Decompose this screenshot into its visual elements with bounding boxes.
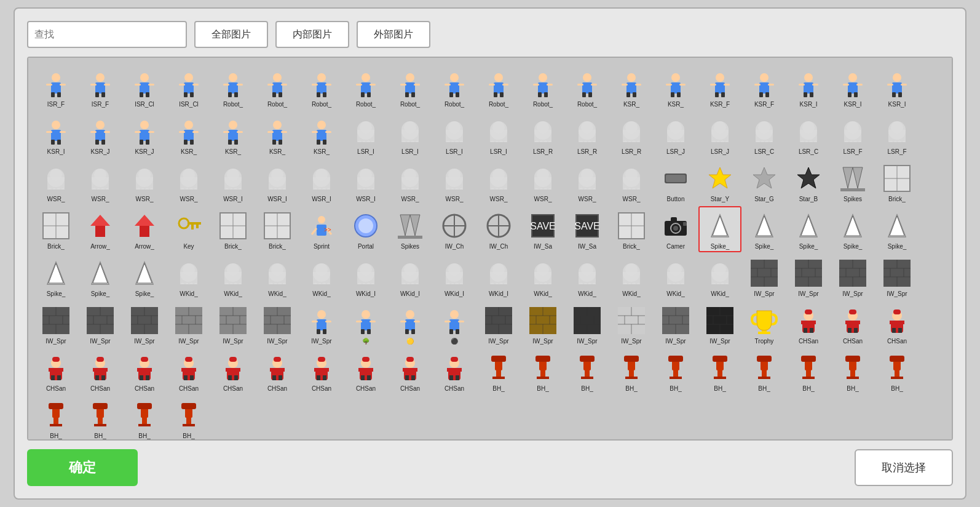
list-item[interactable]: BH_ xyxy=(477,348,520,394)
list-item[interactable]: Robot_ xyxy=(521,64,564,110)
list-item[interactable]: IW_Ch xyxy=(477,206,520,252)
list-item[interactable]: LSR_I xyxy=(477,111,520,158)
list-item[interactable]: IW_Spr xyxy=(79,301,122,347)
cancel-button[interactable]: 取消选择 xyxy=(855,449,953,486)
list-item[interactable]: BH_ xyxy=(654,348,697,394)
list-item[interactable]: BH_ xyxy=(610,348,653,394)
list-item[interactable]: WSR_ xyxy=(521,159,564,205)
list-item[interactable]: KSR_ xyxy=(167,111,210,158)
list-item[interactable]: BH_ xyxy=(875,348,919,394)
list-item[interactable]: Brick_ xyxy=(256,206,299,252)
list-item[interactable]: Key xyxy=(167,206,210,252)
list-item[interactable]: KSR_ xyxy=(610,64,653,110)
list-item[interactable]: Camer xyxy=(654,206,697,252)
list-item[interactable]: Trophy xyxy=(743,301,786,347)
list-item[interactable]: Robot_ xyxy=(256,64,299,110)
list-item[interactable]: IW_Spr xyxy=(566,301,609,347)
list-item[interactable]: WSR_ xyxy=(566,159,609,205)
list-item[interactable]: KSR_ xyxy=(211,111,255,158)
list-item[interactable]: Robot_ xyxy=(477,64,520,110)
list-item[interactable]: BH_ xyxy=(79,396,122,441)
list-item[interactable]: WKid_ xyxy=(610,254,653,300)
list-item[interactable]: LSR_C xyxy=(787,111,830,158)
list-item[interactable]: CHSan xyxy=(875,301,919,347)
list-item[interactable]: CHSan xyxy=(79,348,122,394)
list-item[interactable]: KSR_I xyxy=(34,111,77,158)
list-item[interactable]: KSR_F xyxy=(698,64,741,110)
list-item[interactable]: LSR_R xyxy=(566,111,609,158)
list-item[interactable]: IW_Spr xyxy=(654,301,697,347)
confirm-button[interactable]: 确定 xyxy=(27,449,138,486)
list-item[interactable]: SAVE IW_Sa xyxy=(521,206,564,252)
list-item[interactable]: WKid_I xyxy=(433,254,476,300)
list-item[interactable]: Robot_ xyxy=(566,64,609,110)
list-item[interactable]: IW_Spr xyxy=(610,301,653,347)
list-item[interactable]: IW_Ch xyxy=(433,206,476,252)
list-item[interactable]: IW_Spr xyxy=(787,254,830,300)
list-item[interactable]: Robot_ xyxy=(389,64,432,110)
list-item[interactable]: WKid_ xyxy=(654,254,697,300)
list-item[interactable]: 🌳 xyxy=(344,301,387,347)
list-item[interactable]: CHSan xyxy=(300,348,343,394)
list-item[interactable]: LSR_J xyxy=(654,111,697,158)
list-item[interactable]: KSR_ xyxy=(256,111,299,158)
list-item[interactable]: KSR_I xyxy=(787,64,830,110)
list-item[interactable]: WKid_ xyxy=(698,254,741,300)
list-item[interactable]: Robot_ xyxy=(211,64,255,110)
list-item[interactable]: BH_ xyxy=(566,348,609,394)
list-item[interactable]: IW_Spr xyxy=(167,301,210,347)
list-item[interactable]: LSR_F xyxy=(831,111,874,158)
list-item[interactable]: LSR_I xyxy=(344,111,387,158)
list-item[interactable]: IW_Spr xyxy=(875,254,919,300)
list-item[interactable]: CHSan xyxy=(831,301,874,347)
list-item[interactable]: IW_Spr xyxy=(34,301,77,347)
list-item[interactable]: IW_Spr xyxy=(521,301,564,347)
list-item[interactable]: LSR_J xyxy=(698,111,741,158)
list-item[interactable]: ISR_F xyxy=(34,64,77,110)
list-item[interactable]: Arrow_ xyxy=(123,206,166,252)
list-item[interactable]: Brick_ xyxy=(610,206,653,252)
list-item[interactable]: SAVE IW_Sa xyxy=(566,206,609,252)
list-item[interactable]: Spike_ xyxy=(79,254,122,300)
list-item[interactable]: WSR_ xyxy=(389,159,432,205)
list-item[interactable]: CHSan xyxy=(344,348,387,394)
list-item[interactable]: Button xyxy=(654,159,697,205)
list-item[interactable]: BH_ xyxy=(521,348,564,394)
list-item[interactable]: WSR_ xyxy=(167,159,210,205)
list-item[interactable]: Robot_ xyxy=(344,64,387,110)
list-item[interactable]: Robot_ xyxy=(300,64,343,110)
list-item[interactable]: KSR_I xyxy=(831,64,874,110)
list-item[interactable]: Brick_ xyxy=(875,159,919,205)
list-item[interactable]: ISR_Cl xyxy=(167,64,210,110)
list-item[interactable]: Spike_ xyxy=(831,206,874,252)
list-item[interactable]: IW_Spr xyxy=(123,301,166,347)
list-item[interactable]: BH_ xyxy=(34,396,77,441)
list-item[interactable]: KSR_J xyxy=(123,111,166,158)
list-item[interactable]: CHSan xyxy=(34,348,77,394)
list-item[interactable]: KSR_F xyxy=(743,64,786,110)
list-item[interactable]: CHSan xyxy=(433,348,476,394)
list-item[interactable]: BH_ xyxy=(167,396,210,441)
list-item[interactable]: WSR_ xyxy=(610,159,653,205)
list-item[interactable]: BH_ xyxy=(123,396,166,441)
list-item[interactable]: KSR_ xyxy=(300,111,343,158)
list-item[interactable]: CHSan xyxy=(787,301,830,347)
list-item[interactable]: LSR_I xyxy=(433,111,476,158)
list-item[interactable]: WKid_ xyxy=(256,254,299,300)
list-item[interactable]: KSR_J xyxy=(79,111,122,158)
list-item[interactable]: Star_B xyxy=(787,159,830,205)
list-item[interactable]: LSR_R xyxy=(610,111,653,158)
list-item[interactable]: WKid_I xyxy=(389,254,432,300)
list-item[interactable]: ISR_Cl xyxy=(123,64,166,110)
filter-all-button[interactable]: 全部图片 xyxy=(194,21,268,48)
list-item[interactable]: IW_Spr xyxy=(743,254,786,300)
list-item[interactable]: WKid_I xyxy=(477,254,520,300)
list-item[interactable]: IW_Spr xyxy=(477,301,520,347)
list-item[interactable]: WSR_I xyxy=(256,159,299,205)
list-item[interactable]: 🟡 xyxy=(389,301,432,347)
search-input[interactable] xyxy=(27,21,187,48)
list-item[interactable]: BH_ xyxy=(831,348,874,394)
list-item[interactable]: BH_ xyxy=(787,348,830,394)
list-item[interactable]: Star_Y xyxy=(698,159,741,205)
filter-internal-button[interactable]: 内部图片 xyxy=(275,21,349,48)
